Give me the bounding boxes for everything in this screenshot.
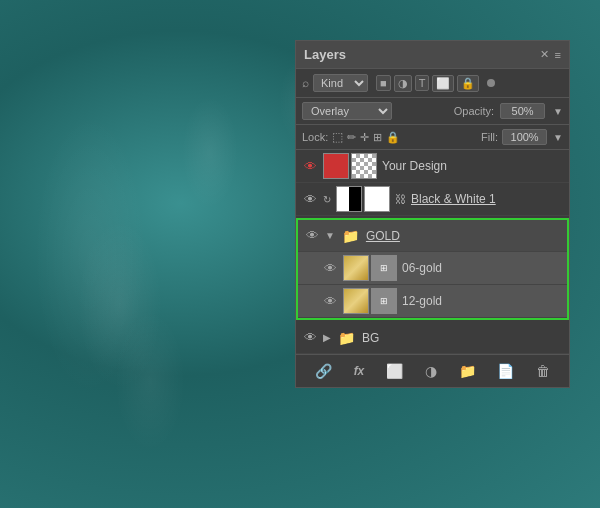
add-mask-button[interactable]: ⬜ — [382, 361, 407, 381]
opacity-label: Opacity: — [454, 105, 494, 117]
filter-icons: ■ ◑ T ⬜ 🔒 — [376, 75, 479, 92]
layer-row-black-white[interactable]: 👁 ↻ ⛓ Black & White 1 — [296, 183, 569, 216]
layer-name-your-design: Your Design — [382, 159, 563, 173]
layer-thumb-checker — [351, 153, 377, 179]
kind-select[interactable]: Kind — [313, 74, 368, 92]
layer-thumb-bw-main — [336, 186, 362, 212]
lock-icons: ⬚ ✏ ✛ ⊞ 🔒 — [332, 130, 400, 144]
new-layer-button[interactable]: 📄 — [493, 361, 518, 381]
layer-row-12-gold[interactable]: 👁 ⊞ 12-gold — [298, 285, 567, 318]
filter-pixel-icon[interactable]: ■ — [376, 75, 391, 91]
lock-artboard-icon[interactable]: ⊞ — [373, 131, 382, 144]
lock-all-icon[interactable]: 🔒 — [386, 131, 400, 144]
layer-thumb-12-gold: ⊞ — [343, 288, 397, 314]
layer-thumb-bw-mask — [364, 186, 390, 212]
layer-name-06-gold: 06-gold — [402, 261, 561, 275]
opacity-input[interactable]: 50% — [500, 103, 545, 119]
fx-button[interactable]: fx — [350, 362, 369, 380]
layer-thumb-gold1 — [343, 255, 369, 281]
link-layers-button[interactable]: 🔗 — [311, 361, 336, 381]
visibility-icon-your-design[interactable]: 👁 — [302, 159, 318, 174]
chain-icon-bw: ⛓ — [395, 193, 406, 205]
lock-label: Lock: — [302, 131, 328, 143]
panel-header: Layers ✕ ≡ — [296, 41, 569, 69]
filter-row: ⌕ Kind ■ ◑ T ⬜ 🔒 — [296, 69, 569, 98]
panel-title: Layers — [304, 47, 346, 62]
layer-thumb-red — [323, 153, 349, 179]
fill-input[interactable]: 100% — [502, 129, 547, 145]
filter-active-dot — [487, 79, 495, 87]
layer-row-your-design[interactable]: 👁 Your Design — [296, 150, 569, 183]
layer-thumb-bw — [336, 186, 390, 212]
lock-image-icon[interactable]: ✏ — [347, 131, 356, 144]
filter-type-icon[interactable]: T — [415, 75, 430, 91]
smart-filter-icon: ↻ — [323, 194, 331, 205]
lock-row: Lock: ⬚ ✏ ✛ ⊞ 🔒 Fill: 100% ▼ — [296, 125, 569, 150]
visibility-icon-06-gold[interactable]: 👁 — [322, 261, 338, 276]
lock-position-icon[interactable]: ✛ — [360, 131, 369, 144]
panel-toolbar: 🔗 fx ⬜ ◑ 📁 📄 🗑 — [296, 354, 569, 387]
blend-row: Overlay Normal Multiply Screen Opacity: … — [296, 98, 569, 125]
adjustment-layer-button[interactable]: ◑ — [421, 361, 441, 381]
layer-name-12-gold: 12-gold — [402, 294, 561, 308]
lock-transparent-icon[interactable]: ⬚ — [332, 130, 343, 144]
layers-list: 👁 Your Design 👁 ↻ ⛓ Black & White 1 👁 ▼ — [296, 150, 569, 354]
filter-adjustment-icon[interactable]: ◑ — [394, 75, 412, 92]
layer-name-bg: BG — [362, 331, 563, 345]
filter-shape-icon[interactable]: ⬜ — [432, 75, 454, 92]
layer-name-bw: Black & White 1 — [411, 192, 563, 206]
folder-icon-gold: 📁 — [342, 228, 359, 244]
delete-layer-button[interactable]: 🗑 — [532, 361, 554, 381]
layer-thumb-gold2 — [343, 288, 369, 314]
expand-arrow-bg[interactable]: ▶ — [323, 332, 331, 343]
visibility-icon-bw[interactable]: 👁 — [302, 192, 318, 207]
blend-mode-select[interactable]: Overlay Normal Multiply Screen — [302, 102, 392, 120]
close-icon[interactable]: ✕ — [540, 48, 549, 61]
layer-row-bg[interactable]: 👁 ▶ 📁 BG — [296, 322, 569, 354]
expand-arrow-gold[interactable]: ▼ — [325, 230, 335, 241]
panel-header-icons: ✕ ≡ — [540, 48, 561, 61]
layer-thumb-gold1-extra: ⊞ — [371, 255, 397, 281]
visibility-icon-bg[interactable]: 👁 — [302, 330, 318, 345]
filter-smart-icon[interactable]: 🔒 — [457, 75, 479, 92]
layer-thumb-your-design — [323, 153, 377, 179]
new-group-button[interactable]: 📁 — [455, 361, 480, 381]
folder-icon-bg: 📁 — [338, 330, 355, 346]
layer-row-gold[interactable]: 👁 ▼ 📁 GOLD — [298, 220, 567, 252]
layer-thumb-gold2-extra: ⊞ — [371, 288, 397, 314]
layers-panel: Layers ✕ ≡ ⌕ Kind ■ ◑ T ⬜ 🔒 Overlay Norm… — [295, 40, 570, 388]
gold-group-container: 👁 ▼ 📁 GOLD 👁 ⊞ 06-gold 👁 ⊞ — [296, 218, 569, 320]
fill-arrow-icon: ▼ — [553, 132, 563, 143]
layer-name-gold: GOLD — [366, 229, 561, 243]
layer-row-06-gold[interactable]: 👁 ⊞ 06-gold — [298, 252, 567, 285]
visibility-icon-gold[interactable]: 👁 — [304, 228, 320, 243]
opacity-arrow-icon: ▼ — [553, 106, 563, 117]
menu-icon[interactable]: ≡ — [555, 49, 561, 61]
layer-thumb-06-gold: ⊞ — [343, 255, 397, 281]
fill-label: Fill: — [481, 131, 498, 143]
visibility-icon-12-gold[interactable]: 👁 — [322, 294, 338, 309]
search-icon: ⌕ — [302, 76, 309, 90]
